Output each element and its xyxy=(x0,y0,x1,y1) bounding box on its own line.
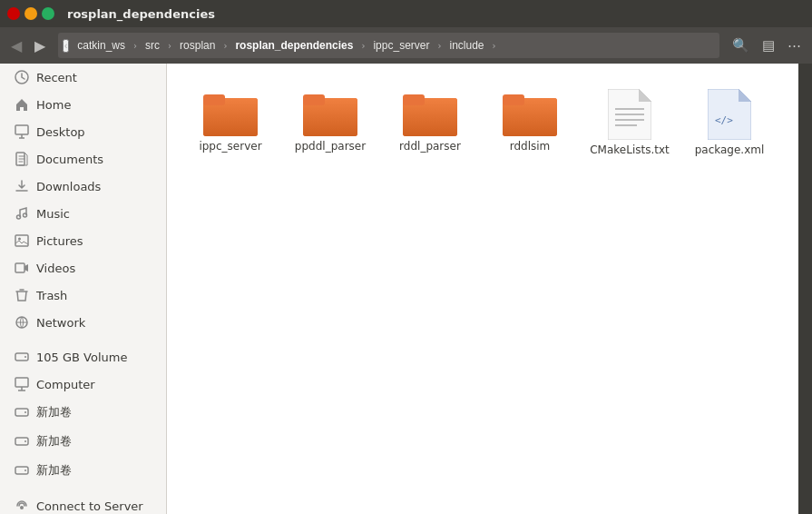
svg-text:</>: </> xyxy=(715,114,733,126)
sidebar-label-pictures: Pictures xyxy=(36,234,83,248)
sidebar-item-new3[interactable]: 新加卷 xyxy=(4,457,162,484)
svg-point-6 xyxy=(18,238,21,241)
breadcrumb-src[interactable]: src xyxy=(138,36,167,54)
folder-name-rddl-parser: rddl_parser xyxy=(399,140,461,153)
view-options-button[interactable]: ⋯ xyxy=(782,34,807,57)
close-button[interactable]: × xyxy=(7,7,20,20)
sidebar: Recent Home Desktop Documents Downloads xyxy=(0,64,167,514)
svg-point-17 xyxy=(24,470,26,471)
drive-icon-new2 xyxy=(15,434,29,449)
xml-file-icon: </> xyxy=(708,89,751,140)
folder-name-rddlsim: rddlsim xyxy=(510,140,551,153)
sidebar-label-network: Network xyxy=(36,316,85,330)
sidebar-item-documents[interactable]: Documents xyxy=(4,146,162,172)
folder-rddl-parser[interactable]: rddl_parser xyxy=(385,82,475,163)
sidebar-item-pictures[interactable]: Pictures xyxy=(4,228,162,253)
sidebar-label-downloads: Downloads xyxy=(36,180,101,193)
sidebar-label-new1: 新加卷 xyxy=(36,404,72,420)
folder-ippc-server[interactable]: ippc_server xyxy=(185,82,276,163)
videos-icon xyxy=(15,261,29,275)
sidebar-label-home: Home xyxy=(36,98,71,112)
connect-icon xyxy=(15,499,29,513)
sidebar-item-trash[interactable]: Trash xyxy=(4,282,162,308)
downloads-icon xyxy=(15,179,29,193)
sidebar-label-recent: Recent xyxy=(36,71,77,84)
folder-icon-rddl-parser xyxy=(403,89,457,136)
sidebar-item-new1[interactable]: 新加卷 xyxy=(4,399,162,426)
sidebar-label-new2: 新加卷 xyxy=(36,433,72,450)
svg-point-4 xyxy=(24,213,27,217)
svg-rect-5 xyxy=(15,235,28,246)
txt-file-icon xyxy=(608,89,651,140)
home-icon xyxy=(15,97,29,112)
nav-buttons: ◀ ▶ xyxy=(5,34,51,58)
sidebar-label-music: Music xyxy=(36,207,70,221)
sidebar-item-connect[interactable]: Connect to Server xyxy=(4,493,162,514)
sidebar-label-documents: Documents xyxy=(36,153,103,166)
back-button[interactable]: ◀ xyxy=(5,34,27,58)
search-button[interactable]: 🔍 xyxy=(727,34,755,57)
desktop-icon xyxy=(15,124,29,139)
breadcrumb-rosplan-dependencies[interactable]: rosplan_dependencies xyxy=(228,36,360,54)
breadcrumb-bar: ‹ catkin_ws › src › rosplan › rosplan_de… xyxy=(58,33,719,58)
music-icon xyxy=(15,206,29,221)
window-controls: × − + xyxy=(7,7,54,20)
svg-point-10 xyxy=(24,356,26,358)
svg-rect-24 xyxy=(303,94,325,105)
breadcrumb-sep-3: › xyxy=(223,41,227,51)
svg-point-15 xyxy=(24,440,26,442)
documents-icon xyxy=(15,152,29,166)
folder-ppddl-parser[interactable]: ppddl_parser xyxy=(285,82,376,163)
sidebar-item-music[interactable]: Music xyxy=(4,201,162,226)
pictures-icon xyxy=(15,233,29,248)
breadcrumb-sep-1: › xyxy=(133,41,137,51)
file-package-xml[interactable]: </> package.xml xyxy=(684,82,775,163)
file-grid: ippc_server xyxy=(185,82,780,163)
sidebar-item-videos[interactable]: Videos xyxy=(4,255,162,281)
file-name-package-xml: package.xml xyxy=(695,143,765,156)
svg-rect-7 xyxy=(15,263,24,272)
sidebar-item-computer[interactable]: Computer xyxy=(4,371,162,397)
breadcrumb-chevron-left[interactable]: ‹ xyxy=(63,39,69,53)
folder-rddlsim[interactable]: rddlsim xyxy=(484,82,575,163)
folder-icon-rddlsim xyxy=(503,89,557,136)
forward-button[interactable]: ▶ xyxy=(29,34,51,58)
file-area: ippc_server xyxy=(167,64,798,514)
maximize-button[interactable]: + xyxy=(42,7,54,20)
breadcrumb-sep-4: › xyxy=(361,41,365,51)
breadcrumb-include[interactable]: include xyxy=(442,36,491,54)
sidebar-item-new2[interactable]: 新加卷 xyxy=(4,428,162,455)
sidebar-label-desktop: Desktop xyxy=(36,125,85,139)
folder-icon-ppddl-parser xyxy=(303,89,357,136)
svg-rect-27 xyxy=(403,94,425,105)
sidebar-item-network[interactable]: Network xyxy=(4,310,162,335)
clock-icon xyxy=(15,70,29,84)
right-panel xyxy=(798,64,812,514)
sidebar-item-volume[interactable]: 105 GB Volume xyxy=(4,344,162,370)
breadcrumb-ippc-server[interactable]: ippc_server xyxy=(366,36,436,54)
breadcrumb-catkin_ws[interactable]: catkin_ws xyxy=(70,36,132,54)
sidebar-item-recent[interactable]: Recent xyxy=(4,64,162,90)
drive-icon xyxy=(15,350,29,364)
svg-point-13 xyxy=(24,411,26,413)
sidebar-item-desktop[interactable]: Desktop xyxy=(4,119,162,144)
folder-name-ippc-server: ippc_server xyxy=(199,140,261,153)
titlebar: × − + rosplan_dependencies xyxy=(0,0,812,27)
breadcrumb-rosplan[interactable]: rosplan xyxy=(172,36,222,54)
sidebar-label-videos: Videos xyxy=(36,262,75,275)
sidebar-item-downloads[interactable]: Downloads xyxy=(4,173,162,199)
sidebar-label-computer: Computer xyxy=(36,378,95,391)
sidebar-label-new3: 新加卷 xyxy=(36,462,72,479)
svg-rect-21 xyxy=(203,94,225,105)
svg-point-3 xyxy=(17,215,21,219)
computer-icon xyxy=(15,377,29,391)
breadcrumb-sep-2: › xyxy=(168,41,171,51)
breadcrumb-sep-6: › xyxy=(493,41,496,51)
toolbar: ◀ ▶ ‹ catkin_ws › src › rosplan › rospla… xyxy=(0,27,812,64)
trash-icon xyxy=(15,288,29,302)
svg-rect-1 xyxy=(15,125,28,134)
minimize-button[interactable]: − xyxy=(24,7,37,20)
sidebar-item-home[interactable]: Home xyxy=(4,92,162,117)
file-cmakelists[interactable]: CMakeLists.txt xyxy=(584,82,675,163)
view-list-button[interactable]: ▤ xyxy=(757,34,780,57)
